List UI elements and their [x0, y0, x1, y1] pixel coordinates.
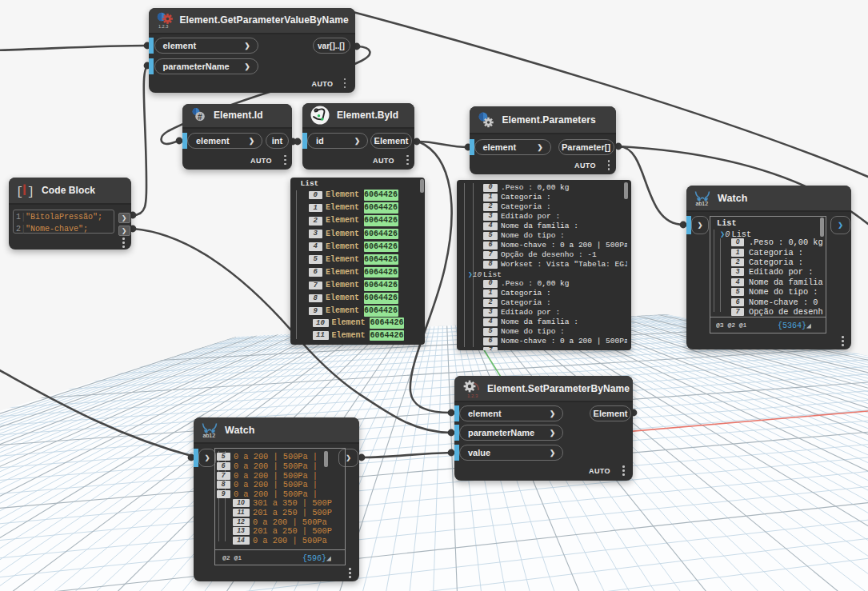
svg-text:[: [	[16, 185, 23, 198]
svg-text:1.2.3: 1.2.3	[158, 24, 168, 29]
svg-text:1.2.3: 1.2.3	[467, 393, 478, 398]
svg-text:#: #	[198, 113, 202, 122]
svg-text:ab12: ab12	[203, 432, 216, 437]
svg-text:ab12: ab12	[696, 200, 709, 206]
svg-text:]: ]	[27, 185, 34, 198]
